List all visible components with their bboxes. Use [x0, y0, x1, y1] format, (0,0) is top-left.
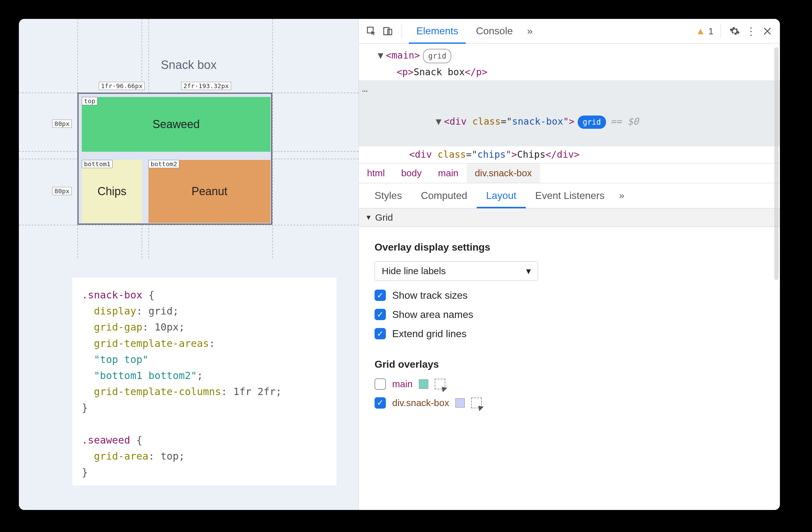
- overlay-row-snackbox[interactable]: ✓ div.snack-box: [375, 397, 764, 409]
- highlight-element-icon[interactable]: [435, 379, 445, 389]
- line-labels-select[interactable]: Hide line labels ▾: [375, 261, 538, 281]
- app-window: Snack box 1fr·96.66px 2fr·193.32px 80px …: [19, 19, 780, 510]
- dom-node-p[interactable]: <p>Snack box</p>: [359, 64, 780, 81]
- check-extend-grid-lines[interactable]: ✓ Extend grid lines: [375, 328, 764, 340]
- check-show-area-names[interactable]: ✓ Show area names: [375, 309, 764, 320]
- area-name-tag: bottom1: [82, 160, 113, 168]
- checkbox-icon[interactable]: [375, 378, 386, 390]
- tab-elements[interactable]: Elements: [409, 19, 466, 43]
- subtab-styles[interactable]: Styles: [365, 183, 411, 208]
- cell-text: Chips: [98, 185, 127, 198]
- check-label: Show track sizes: [392, 290, 468, 301]
- grid-row-label: 80px: [52, 120, 72, 128]
- gear-icon[interactable]: [728, 24, 742, 38]
- color-swatch[interactable]: [419, 379, 428, 389]
- subtab-layout[interactable]: Layout: [477, 183, 526, 208]
- dom-node-main[interactable]: ▼<main>grid: [359, 47, 780, 64]
- toolbar-separator: [721, 24, 721, 38]
- checkbox-icon[interactable]: ✓: [375, 397, 386, 409]
- check-label: Show area names: [392, 309, 473, 320]
- overlay-name: main: [392, 379, 412, 389]
- overlay-name: div.snack-box: [392, 397, 449, 408]
- checkbox-icon[interactable]: ✓: [375, 328, 386, 339]
- crumb-main[interactable]: main: [430, 163, 467, 183]
- device-toggle-icon[interactable]: [381, 24, 395, 38]
- grid-container: top Seaweed bottom1 Chips bottom2 Peanut: [77, 93, 272, 225]
- grid-row-label: 80px: [52, 187, 72, 195]
- highlight-element-icon[interactable]: [471, 397, 482, 408]
- crumb-html[interactable]: html: [359, 163, 393, 183]
- styles-subtabs: Styles Computed Layout Event Listeners »: [359, 183, 780, 208]
- dom-eq0: == $0: [610, 116, 639, 127]
- grid-overlays-heading: Grid overlays: [375, 359, 764, 370]
- color-swatch[interactable]: [455, 398, 465, 408]
- css-code-block: .snack-box { display: grid; grid-gap: 10…: [72, 278, 336, 486]
- kebab-menu-icon[interactable]: ⋮: [744, 24, 758, 38]
- overlay-row-main[interactable]: main: [375, 378, 764, 390]
- devtools-toolbar: Elements Console » ▲ 1 ⋮: [359, 19, 780, 43]
- subtab-event-listeners[interactable]: Event Listeners: [526, 183, 614, 208]
- layout-grid-header[interactable]: ▼ Grid: [359, 208, 780, 227]
- dom-breadcrumb: html body main div.snack-box: [359, 163, 780, 183]
- inspect-icon[interactable]: [364, 24, 378, 38]
- area-name-tag: bottom2: [148, 160, 179, 168]
- disclosure-triangle-icon: ▼: [365, 213, 372, 222]
- warning-icon: ▲: [696, 26, 706, 37]
- grid-badge-solid[interactable]: grid: [578, 115, 606, 129]
- page-preview-pane: Snack box 1fr·96.66px 2fr·193.32px 80px …: [19, 19, 359, 510]
- overlay-settings-heading: Overlay display settings: [375, 241, 764, 253]
- checkbox-icon[interactable]: ✓: [375, 290, 386, 301]
- dom-node-snackbox[interactable]: ⋯ ▼<div class="snack-box">grid== $0: [359, 80, 780, 146]
- more-subtabs-icon[interactable]: »: [614, 183, 629, 208]
- scrollbar[interactable]: [774, 47, 779, 280]
- dom-node-chips[interactable]: <div class="chips">Chips</div>: [359, 146, 780, 163]
- more-tabs-icon[interactable]: »: [523, 24, 537, 38]
- subtab-computed[interactable]: Computed: [411, 183, 477, 208]
- cell-text: Seaweed: [153, 118, 200, 131]
- grid-col-label: 2fr·193.32px: [181, 82, 231, 90]
- layout-panel-body: Overlay display settings Hide line label…: [359, 227, 780, 419]
- crumb-body[interactable]: body: [393, 163, 430, 183]
- grid-col-label: 1fr·96.66px: [99, 82, 145, 90]
- area-name-tag: top: [82, 97, 98, 105]
- grid-cell-seaweed: top Seaweed: [82, 97, 271, 152]
- grid-cell-peanut: bottom2 Peanut: [148, 160, 271, 223]
- cell-text: Peanut: [191, 185, 227, 198]
- select-value: Hide line labels: [382, 266, 446, 276]
- check-show-track-sizes[interactable]: ✓ Show track sizes: [375, 290, 764, 301]
- svg-rect-2: [388, 29, 392, 34]
- check-label: Extend grid lines: [392, 328, 467, 340]
- svg-rect-1: [384, 27, 389, 34]
- toolbar-separator: [402, 24, 402, 38]
- devtools-pane: Elements Console » ▲ 1 ⋮ ▼<main>grid <p>…: [359, 19, 780, 510]
- close-icon[interactable]: [760, 24, 774, 38]
- checkbox-icon[interactable]: ✓: [375, 309, 386, 320]
- chevron-down-icon: ▾: [526, 265, 531, 276]
- warnings-badge[interactable]: ▲ 1: [696, 26, 713, 37]
- ellipsis-icon[interactable]: ⋯: [362, 83, 368, 99]
- crumb-snackbox[interactable]: div.snack-box: [467, 163, 540, 183]
- grid-cell-chips: bottom1 Chips: [82, 160, 142, 223]
- dom-tree[interactable]: ▼<main>grid <p>Snack box</p> ⋯ ▼<div cla…: [359, 43, 780, 163]
- grid-visualization: 1fr·96.66px 2fr·193.32px 80px 80px top S…: [77, 93, 275, 227]
- warnings-count: 1: [708, 26, 713, 37]
- grid-badge-outline[interactable]: grid: [423, 49, 451, 63]
- page-title: Snack box: [19, 58, 359, 72]
- layout-grid-title: Grid: [375, 212, 393, 223]
- tab-console[interactable]: Console: [468, 19, 520, 43]
